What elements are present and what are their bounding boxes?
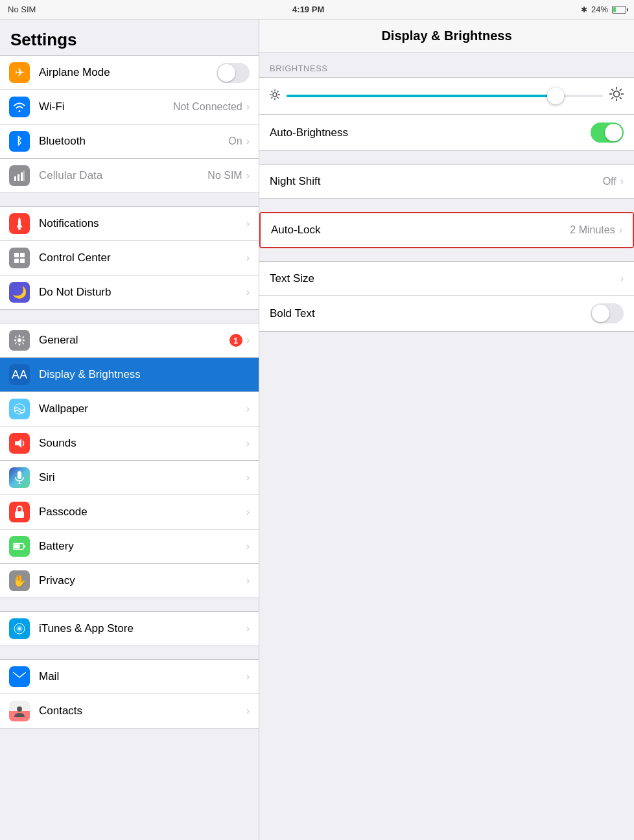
- mail-icon: [9, 666, 30, 687]
- wallpaper-icon: [9, 399, 30, 419]
- control-center-icon: [9, 248, 30, 268]
- display-label: Display & Brightness: [39, 368, 250, 381]
- bluetooth-label: Bluetooth: [39, 135, 228, 148]
- general-icon: [9, 330, 30, 351]
- svg-rect-19: [14, 544, 19, 548]
- contacts-chevron: ›: [246, 705, 250, 717]
- sidebar-item-notifications[interactable]: Notifications ›: [0, 206, 259, 241]
- passcode-icon: [9, 502, 30, 522]
- night-shift-group: Night Shift Off ›: [259, 164, 634, 199]
- svg-line-33: [277, 91, 279, 92]
- sun-large-icon: [609, 87, 624, 105]
- siri-label: Siri: [39, 471, 246, 484]
- sidebar-item-sounds[interactable]: Sounds ›: [0, 426, 259, 461]
- text-size-chevron: ›: [620, 273, 624, 285]
- battery-percent: 24%: [591, 5, 608, 14]
- text-group: Text Size › Bold Text: [259, 261, 634, 332]
- right-panel: Display & Brightness BRIGHTNESS: [259, 19, 634, 840]
- sidebar-item-privacy[interactable]: ✋ Privacy ›: [0, 564, 259, 598]
- svg-rect-2: [21, 172, 23, 181]
- cellular-chevron: ›: [246, 170, 250, 181]
- svg-rect-13: [18, 471, 21, 479]
- mail-label: Mail: [39, 670, 246, 683]
- battery-setting-icon: [9, 536, 30, 557]
- night-shift-label: Night Shift: [270, 175, 603, 188]
- sidebar-item-control-center[interactable]: Control Center ›: [0, 241, 259, 275]
- siri-chevron: ›: [246, 472, 250, 484]
- sidebar-item-mail[interactable]: Mail ›: [0, 659, 259, 694]
- bluetooth-value: On: [228, 135, 242, 147]
- sidebar-item-battery[interactable]: Battery ›: [0, 530, 259, 564]
- itunes-group: iTunes & App Store ›: [0, 611, 259, 646]
- battery-fill: [613, 7, 616, 12]
- sidebar-item-bluetooth[interactable]: ᛒ Bluetooth On ›: [0, 124, 259, 159]
- auto-brightness-row[interactable]: Auto-Brightness: [259, 115, 634, 150]
- svg-point-35: [614, 91, 620, 97]
- main-content: Settings ✈ Airplane Mode Wi-Fi: [0, 19, 634, 840]
- sidebar-item-airplane[interactable]: ✈ Airplane Mode: [0, 55, 259, 90]
- auto-brightness-toggle[interactable]: [591, 122, 624, 143]
- brightness-track[interactable]: [287, 95, 603, 97]
- privacy-icon: ✋: [9, 570, 30, 591]
- dnd-chevron: ›: [246, 286, 250, 298]
- sidebar-item-cellular[interactable]: Cellular Data No SIM ›: [0, 159, 259, 193]
- sidebar-item-display[interactable]: AA Display & Brightness: [0, 358, 259, 392]
- brightness-section-label: BRIGHTNESS: [259, 53, 634, 77]
- toggle-thumb: [218, 64, 235, 82]
- sidebar: Settings ✈ Airplane Mode Wi-Fi: [0, 19, 259, 840]
- contacts-icon: [9, 701, 30, 721]
- status-bar: No SIM 4:19 PM ✱ 24%: [0, 0, 634, 19]
- bold-text-row[interactable]: Bold Text: [259, 296, 634, 331]
- itunes-icon: [9, 618, 30, 639]
- itunes-label: iTunes & App Store: [39, 622, 246, 635]
- notifications-icon: [9, 213, 30, 234]
- airplane-label: Airplane Mode: [39, 66, 217, 79]
- notifications-label: Notifications: [39, 217, 246, 230]
- general-label: General: [39, 334, 134, 347]
- bold-text-toggle[interactable]: [591, 303, 624, 323]
- dnd-label: Do Not Disturb: [39, 286, 246, 299]
- contacts-label: Contacts: [39, 705, 246, 718]
- auto-lock-group: Auto-Lock 2 Minutes ›: [259, 212, 634, 248]
- wifi-icon: [9, 97, 30, 117]
- general-chevron: ›: [246, 334, 250, 346]
- sidebar-item-passcode[interactable]: Passcode ›: [0, 495, 259, 530]
- airplane-toggle[interactable]: [217, 63, 250, 83]
- svg-line-42: [620, 89, 622, 91]
- control-center-label: Control Center: [39, 251, 246, 264]
- svg-line-31: [271, 91, 272, 92]
- svg-line-43: [611, 97, 613, 99]
- mail-chevron: ›: [246, 671, 250, 682]
- sounds-chevron: ›: [246, 438, 250, 449]
- brightness-group: Auto-Brightness: [259, 77, 634, 151]
- sidebar-item-dnd[interactable]: 🌙 Do Not Disturb ›: [0, 275, 259, 310]
- svg-point-26: [273, 93, 277, 97]
- wallpaper-label: Wallpaper: [39, 402, 246, 415]
- svg-point-23: [18, 627, 21, 630]
- svg-point-10: [18, 338, 21, 342]
- night-shift-chevron: ›: [620, 176, 624, 187]
- sidebar-item-wallpaper[interactable]: Wallpaper ›: [0, 392, 259, 426]
- wallpaper-chevron: ›: [246, 403, 250, 415]
- svg-line-34: [271, 97, 272, 99]
- wifi-chevron: ›: [246, 101, 250, 113]
- sidebar-item-itunes[interactable]: iTunes & App Store ›: [0, 611, 259, 646]
- auto-lock-row[interactable]: Auto-Lock 2 Minutes ›: [261, 213, 633, 247]
- general-badge: 1: [229, 334, 242, 347]
- airplane-icon: ✈: [9, 62, 30, 83]
- svg-rect-20: [23, 545, 25, 548]
- night-shift-value: Off: [603, 176, 616, 187]
- siri-icon: [9, 467, 30, 488]
- svg-rect-6: [14, 253, 19, 257]
- sidebar-item-wifi[interactable]: Wi-Fi Not Connected ›: [0, 90, 259, 124]
- cellular-value: No SIM: [207, 170, 242, 181]
- text-size-row[interactable]: Text Size ›: [259, 262, 634, 296]
- sidebar-item-contacts[interactable]: Contacts ›: [0, 694, 259, 729]
- night-shift-row[interactable]: Night Shift Off ›: [259, 165, 634, 198]
- brightness-thumb[interactable]: [547, 88, 564, 104]
- sounds-icon: [9, 433, 30, 454]
- sidebar-item-general[interactable]: General 1 ›: [0, 323, 259, 358]
- svg-point-25: [17, 706, 22, 712]
- sidebar-item-siri[interactable]: Siri ›: [0, 461, 259, 495]
- svg-point-5: [18, 228, 21, 230]
